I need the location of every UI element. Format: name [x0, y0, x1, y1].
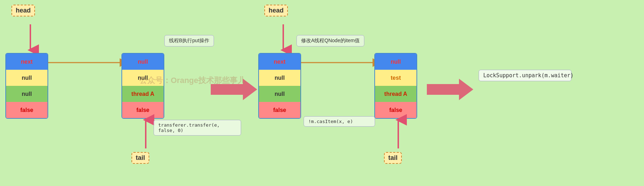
- code-box-1: transferer.transfer(e, false, 0): [154, 120, 241, 136]
- node3-row3: null: [259, 86, 300, 102]
- node1-row4: false: [6, 102, 48, 118]
- head-arrow-1: [27, 24, 34, 53]
- node3-to-node4-arrow: [301, 59, 376, 66]
- annotation2: 修改A线程QNode的item值: [296, 35, 364, 46]
- node4: null test thread A false: [374, 53, 417, 119]
- node2-row3: thread A: [122, 86, 164, 102]
- node1-row2: null: [6, 70, 48, 86]
- code-box-2: !m.casItem(x, e): [304, 116, 375, 127]
- node3-row2: null: [259, 70, 300, 86]
- tail-arrow-2: [395, 118, 402, 150]
- node2: null null thread A false: [121, 53, 164, 119]
- node1-to-node2-arrow: [48, 59, 123, 66]
- head-label-2: head: [264, 5, 288, 16]
- node4-row2: test: [375, 70, 416, 86]
- diagram-container: head next null null false: [0, 0, 644, 186]
- head-arrow-2: [280, 24, 287, 53]
- modify-item-arrow: [427, 79, 473, 100]
- code-box-3: LockSupport.unpark(m.waiter): [479, 70, 571, 81]
- threadb-put-arrow: [211, 79, 257, 100]
- node1: next null null false: [5, 53, 48, 119]
- node1-row1: next: [6, 54, 48, 70]
- svg-marker-7: [211, 79, 257, 100]
- svg-marker-14: [427, 79, 473, 100]
- node3: next null null false: [258, 53, 301, 119]
- tail-arrow-1: [142, 118, 149, 150]
- node1-row3: null: [6, 86, 48, 102]
- node3-row1: next: [259, 54, 300, 70]
- node3-row4: false: [259, 102, 300, 118]
- node4-row3: thread A: [375, 86, 416, 102]
- node4-row4: false: [375, 102, 416, 118]
- node2-row2: null: [122, 70, 164, 86]
- node4-row1: null: [375, 54, 416, 70]
- head-label-1: head: [11, 5, 35, 16]
- annotation1: 线程B执行put操作: [164, 35, 214, 46]
- tail-label-2: tail: [384, 152, 402, 164]
- node2-row4: false: [122, 102, 164, 118]
- node2-row1: null: [122, 54, 164, 70]
- tail-label-1: tail: [131, 152, 149, 164]
